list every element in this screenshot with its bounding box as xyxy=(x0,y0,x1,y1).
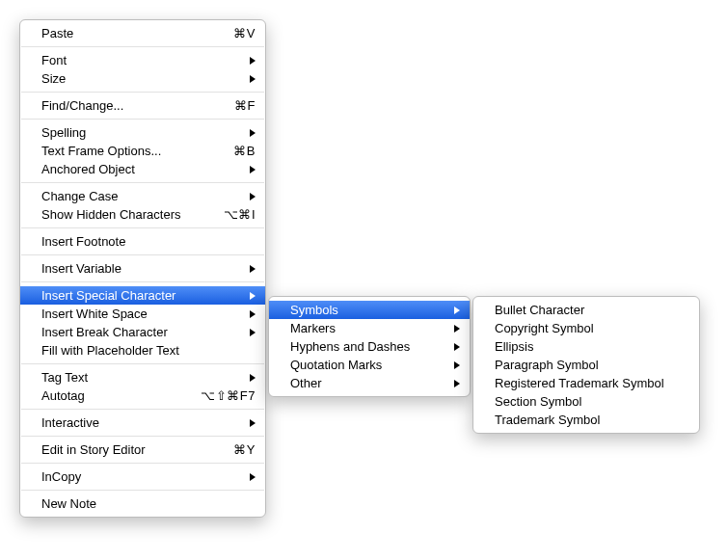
menu-label: Interactive xyxy=(41,415,236,430)
menu-item-other[interactable]: Other xyxy=(269,374,470,392)
menu-item-tag-text[interactable]: Tag Text xyxy=(20,368,265,387)
menu-item-incopy[interactable]: InCopy xyxy=(20,467,265,486)
menu-item-interactive[interactable]: Interactive xyxy=(20,413,265,432)
menu-item-edit-story-editor[interactable]: Edit in Story Editor ⌘Y xyxy=(20,440,265,459)
context-menu-level1: Paste ⌘V Font Size Find/Change... ⌘F Spe… xyxy=(19,19,266,518)
menu-shortcut: ⌘V xyxy=(213,26,256,40)
menu-label: Paste xyxy=(41,26,196,40)
menu-shortcut: ⌥⌘I xyxy=(213,207,256,222)
menu-separator xyxy=(21,463,264,464)
menu-separator xyxy=(21,436,264,437)
submenu-symbols: Bullet Character Copyright Symbol Ellips… xyxy=(472,296,700,434)
menu-item-quotation-marks[interactable]: Quotation Marks xyxy=(269,356,470,374)
menu-item-paste[interactable]: Paste ⌘V xyxy=(20,24,265,42)
menu-item-insert-special-character[interactable]: Insert Special Character xyxy=(20,286,265,305)
menu-separator xyxy=(21,227,264,228)
menu-label: Show Hidden Characters xyxy=(41,207,196,222)
menu-item-registered-trademark[interactable]: Registered Trademark Symbol xyxy=(473,374,699,392)
menu-separator xyxy=(21,46,264,47)
submenu-arrow-icon xyxy=(248,310,256,318)
submenu-arrow-icon xyxy=(452,307,460,314)
menu-shortcut: ⌥⇧⌘F7 xyxy=(201,388,256,403)
menu-label: Insert Break Character xyxy=(41,325,236,339)
menu-label: Spelling xyxy=(41,125,236,140)
menu-label: Markers xyxy=(290,321,441,335)
menu-separator xyxy=(21,182,264,183)
menu-item-find-change[interactable]: Find/Change... ⌘F xyxy=(20,96,265,115)
menu-item-fill-placeholder-text[interactable]: Fill with Placeholder Text xyxy=(20,341,265,360)
submenu-arrow-icon xyxy=(248,129,256,137)
submenu-arrow-icon xyxy=(452,325,460,333)
menu-item-show-hidden-characters[interactable]: Show Hidden Characters ⌥⌘I xyxy=(20,205,265,224)
submenu-arrow-icon xyxy=(248,473,256,481)
menu-label: Text Frame Options... xyxy=(41,144,196,158)
submenu-arrow-icon xyxy=(248,193,256,200)
menu-label: Anchored Object xyxy=(41,162,236,176)
menu-item-font[interactable]: Font xyxy=(20,51,265,69)
menu-label: Insert White Space xyxy=(41,307,236,321)
menu-label: Section Symbol xyxy=(495,394,689,409)
menu-label: Registered Trademark Symbol xyxy=(495,376,689,390)
menu-label: Insert Footnote xyxy=(41,234,256,249)
menu-item-markers[interactable]: Markers xyxy=(269,319,470,337)
menu-item-insert-white-space[interactable]: Insert White Space xyxy=(20,305,265,323)
menu-item-ellipsis[interactable]: Ellipsis xyxy=(473,337,699,356)
menu-separator xyxy=(21,490,264,491)
menu-label: Trademark Symbol xyxy=(495,413,689,427)
menu-item-anchored-object[interactable]: Anchored Object xyxy=(20,160,265,178)
menu-label: Change Case xyxy=(41,189,236,203)
menu-item-insert-variable[interactable]: Insert Variable xyxy=(20,259,265,278)
menu-label: Autotag xyxy=(41,388,183,403)
menu-separator xyxy=(21,281,264,282)
menu-label: Hyphens and Dashes xyxy=(290,339,441,354)
menu-item-symbols[interactable]: Symbols xyxy=(269,301,470,319)
menu-item-trademark-symbol[interactable]: Trademark Symbol xyxy=(473,411,699,429)
submenu-arrow-icon xyxy=(248,265,256,273)
menu-label: Other xyxy=(290,376,441,390)
menu-label: Bullet Character xyxy=(495,303,689,317)
menu-shortcut: ⌘B xyxy=(213,144,256,158)
menu-item-copyright-symbol[interactable]: Copyright Symbol xyxy=(473,319,699,337)
menu-label: InCopy xyxy=(41,469,236,484)
submenu-arrow-icon xyxy=(248,75,256,83)
menu-item-new-note[interactable]: New Note xyxy=(20,494,265,513)
menu-label: Insert Special Character xyxy=(41,288,236,303)
menu-item-spelling[interactable]: Spelling xyxy=(20,123,265,142)
submenu-arrow-icon xyxy=(452,343,460,351)
menu-item-hyphens-dashes[interactable]: Hyphens and Dashes xyxy=(269,337,470,356)
menu-label: Edit in Story Editor xyxy=(41,442,196,457)
menu-label: Ellipsis xyxy=(495,339,689,354)
menu-label: Paragraph Symbol xyxy=(495,358,689,372)
menu-label: Symbols xyxy=(290,303,441,317)
menu-item-section-symbol[interactable]: Section Symbol xyxy=(473,392,699,411)
menu-item-bullet-character[interactable]: Bullet Character xyxy=(473,301,699,319)
menu-separator xyxy=(21,92,264,93)
menu-item-insert-footnote[interactable]: Insert Footnote xyxy=(20,232,265,251)
menu-separator xyxy=(21,119,264,120)
menu-label: New Note xyxy=(41,496,256,511)
menu-label: Font xyxy=(41,53,236,67)
submenu-arrow-icon xyxy=(248,292,256,300)
submenu-arrow-icon xyxy=(248,329,256,336)
menu-shortcut: ⌘F xyxy=(213,98,256,113)
menu-label: Copyright Symbol xyxy=(495,321,689,335)
menu-item-insert-break-character[interactable]: Insert Break Character xyxy=(20,323,265,341)
menu-item-size[interactable]: Size xyxy=(20,69,265,88)
menu-label: Find/Change... xyxy=(41,98,196,113)
submenu-arrow-icon xyxy=(248,166,256,173)
menu-separator xyxy=(21,409,264,410)
menu-item-autotag[interactable]: Autotag ⌥⇧⌘F7 xyxy=(20,387,265,405)
menu-label: Tag Text xyxy=(41,370,236,385)
menu-shortcut: ⌘Y xyxy=(213,442,256,457)
menu-item-paragraph-symbol[interactable]: Paragraph Symbol xyxy=(473,356,699,374)
menu-separator xyxy=(21,363,264,364)
submenu-arrow-icon xyxy=(248,419,256,427)
menu-separator xyxy=(21,254,264,255)
submenu-arrow-icon xyxy=(248,57,256,65)
menu-item-change-case[interactable]: Change Case xyxy=(20,187,265,205)
menu-label: Quotation Marks xyxy=(290,358,441,372)
menu-label: Fill with Placeholder Text xyxy=(41,343,256,358)
submenu-arrow-icon xyxy=(452,380,460,387)
menu-item-text-frame-options[interactable]: Text Frame Options... ⌘B xyxy=(20,142,265,160)
menu-label: Insert Variable xyxy=(41,261,236,276)
